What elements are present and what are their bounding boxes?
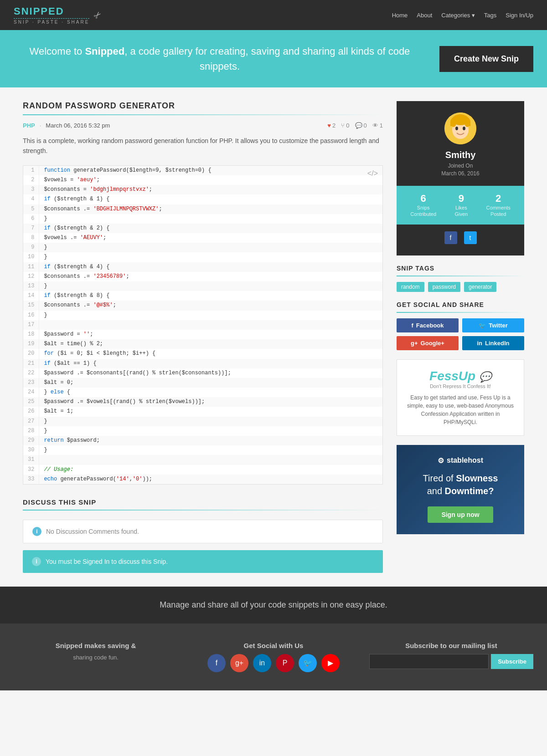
footer-google-icon[interactable]: g+ — [230, 654, 248, 672]
subscribe-email-input[interactable] — [369, 654, 489, 669]
header: SNIPPED SNIP · PASTE · SHARE ✂ Home Abou… — [0, 0, 547, 30]
footer-pinterest-icon[interactable]: P — [276, 654, 294, 672]
share-twitter-button[interactable]: 🐦 Twitter — [462, 318, 524, 332]
profile-joined-date: March 06, 2016 — [408, 170, 513, 177]
footer-twitter-icon[interactable]: 🐦 — [299, 654, 317, 672]
nav-about[interactable]: About — [417, 12, 432, 19]
stat-likes-given: 9 LikesGiven — [454, 193, 468, 218]
snip-title: RANDOM PASSWORD GENERATOR — [23, 101, 383, 111]
code-toggle-icon[interactable]: </> — [367, 169, 378, 178]
table-row: 28 } — [23, 426, 382, 436]
snip-stats: ♥ 2 ⑂ 0 💬 0 👁 1 — [327, 122, 383, 129]
tags-divider — [397, 276, 524, 276]
logo-area: SNIPPED SNIP · PASTE · SHARE ✂ — [14, 5, 102, 25]
table-row: 7 if ($strength & 2) { — [23, 224, 382, 233]
footer-youtube-icon[interactable]: ▶ — [321, 654, 340, 672]
table-row: 18 $password = ''; — [23, 330, 382, 339]
footer-dark-text: Manage and share all of your code snippe… — [14, 600, 533, 610]
profile-card: Smithy Joined On March 06, 2016 6 SnipsC… — [397, 101, 524, 255]
svg-point-4 — [455, 127, 458, 130]
footer-col1-title: Snipped makes saving & — [14, 642, 178, 649]
fork-icon: ⑂ — [341, 122, 345, 129]
table-row: 1function generatePassword($length=9, $s… — [23, 166, 382, 175]
tag-random[interactable]: random — [397, 282, 424, 292]
table-row: 15 $consonants .= '@#$%'; — [23, 301, 382, 310]
sidebar: Smithy Joined On March 06, 2016 6 SnipsC… — [397, 101, 524, 573]
table-row: 23 $alt = 0; — [23, 378, 382, 388]
nav-categories[interactable]: Categories — [441, 11, 475, 19]
content-area: RANDOM PASSWORD GENERATOR PHP · March 06… — [23, 101, 383, 573]
tags-title: SNIP TAGS — [397, 265, 524, 272]
stat-comments-posted: 2 CommentsPosted — [486, 193, 511, 218]
hero-text: Welcome to Snipped, a code gallery for c… — [14, 44, 426, 74]
discuss-divider — [23, 510, 383, 511]
hero-welcome: Welcome to Snipped, a code gallery for c… — [30, 46, 410, 72]
create-snip-button[interactable]: Create New Snip — [439, 46, 533, 72]
discuss-title: DISCUSS THIS SNIP — [23, 498, 383, 506]
stat-comments: 💬 0 — [355, 122, 367, 129]
table-row: 13 } — [23, 281, 382, 291]
nav-home[interactable]: Home — [392, 12, 408, 19]
table-row: 22 $password .= $consonants[(rand() % st… — [23, 368, 382, 378]
eye-icon: 👁 — [372, 122, 378, 129]
footer-columns: Snipped makes saving & sharing code fun.… — [14, 642, 533, 672]
table-row: 3 $consonants = 'bdghjlmnpqrstvxz'; — [23, 185, 382, 194]
footer-social-icons: f g+ in P 🐦 ▶ — [191, 654, 356, 672]
discuss-section: DISCUSS THIS SNIP i No Discussion Commen… — [23, 498, 383, 573]
subscribe-button[interactable]: Subscribe — [491, 654, 533, 669]
tag-generator[interactable]: generator — [464, 282, 496, 292]
main-nav: Home About Categories Tags Sign In/Up — [392, 11, 533, 19]
nav-tags[interactable]: Tags — [484, 12, 496, 19]
comment-icon: 💬 — [355, 122, 362, 129]
stablehost-ad: ⚙ stablehost Tired of Slownessand Downti… — [397, 445, 524, 534]
tags-container: random password generator — [397, 282, 524, 292]
profile-twitter-icon[interactable]: t — [464, 231, 477, 244]
snip-language: PHP — [23, 122, 35, 129]
snip-meta: PHP · March 06, 2016 5:32 pm ♥ 2 ⑂ 0 💬 0… — [23, 122, 383, 129]
linkedin-icon: in — [477, 340, 482, 347]
snip-description: This is a complete, working random passw… — [23, 136, 383, 156]
fessup-ad: FessUp 💬 Don't Repress It Confess It! Ea… — [397, 359, 524, 436]
table-row: 4 if ($strength & 1) { — [23, 194, 382, 204]
profile-joined-label: Joined On — [408, 163, 513, 169]
footer-light: Snipped makes saving & sharing code fun.… — [0, 623, 547, 690]
signup-now-button[interactable]: Sign up now — [428, 506, 493, 523]
profile-stats: 6 SnipsContributed 9 LikesGiven 2 Commen… — [397, 186, 524, 225]
fessup-desc: Easy to get started and use, Fess Up is … — [406, 393, 515, 426]
info-icon: i — [32, 527, 41, 536]
table-row: 8 $vowels .= 'AEUVY'; — [23, 233, 382, 243]
table-row: 6 } — [23, 214, 382, 224]
table-row: 14 if ($strength & 8) { — [23, 291, 382, 301]
table-row: 25 $password .= $vowels[(rand() % strlen… — [23, 397, 382, 407]
fessup-tagline: Don't Repress It Confess It! — [406, 383, 515, 389]
code-block: </> 1function generatePassword($length=9… — [23, 165, 383, 485]
nav-signin[interactable]: Sign In/Up — [506, 12, 533, 19]
table-row: 29 return $password; — [23, 436, 382, 445]
share-linkedin-button[interactable]: in LinkedIn — [462, 336, 524, 350]
footer-linkedin-icon[interactable]: in — [253, 654, 271, 672]
footer-col-social: Get Social with Us f g+ in P 🐦 ▶ — [191, 642, 356, 672]
table-row: 20 for ($i = 0; $i < $length; $i++) { — [23, 349, 382, 358]
stat-forks: ⑂ 0 — [341, 122, 349, 129]
tag-password[interactable]: password — [428, 282, 460, 292]
fessup-logo: FessUp 💬 — [406, 369, 515, 383]
footer-facebook-icon[interactable]: f — [207, 654, 226, 672]
table-row: 19 $alt = time() % 2; — [23, 339, 382, 349]
share-facebook-button[interactable]: f Facebook — [397, 318, 459, 332]
footer-col3-title: Subscribe to our mailing list — [369, 642, 533, 649]
table-row: 27 } — [23, 417, 382, 426]
info-icon-2: i — [32, 557, 41, 566]
heart-icon: ♥ — [327, 122, 331, 129]
footer-dark: Manage and share all of your code snippe… — [0, 587, 547, 623]
stablehost-logo: ⚙ stablehost — [406, 456, 515, 465]
footer-col2-title: Get Social with Us — [191, 642, 356, 649]
table-row: 9 } — [23, 243, 382, 252]
table-row: 33echo generatePassword('14','0')); — [23, 475, 382, 484]
table-row: 12 $consonants .= '23456789'; — [23, 272, 382, 281]
table-row: 30} — [23, 445, 382, 455]
profile-facebook-icon[interactable]: f — [444, 231, 457, 244]
stablehost-gear-icon: ⚙ — [438, 456, 444, 465]
share-google-button[interactable]: g+ Google+ — [397, 336, 459, 350]
signin-notice: i You must be Signed In to discuss this … — [23, 550, 383, 573]
footer-col-subscribe: Subscribe to our mailing list Subscribe — [369, 642, 533, 669]
